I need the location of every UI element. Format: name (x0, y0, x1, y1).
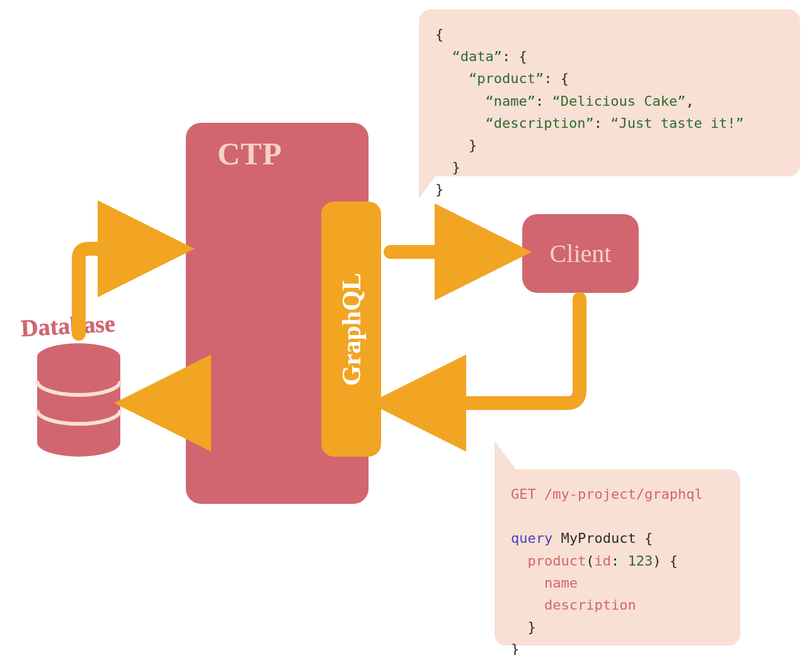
database-label: Database (20, 309, 116, 342)
http-get-line: GET /my-project/graphql (511, 486, 703, 502)
graphql-endpoint-tab: GraphQL (321, 202, 381, 457)
request-code-box: GET /my-project/graphql query MyProduct … (495, 469, 740, 646)
response-code-box: { “data”: { “product”: { “name”: “Delici… (419, 9, 800, 176)
database-icon (35, 343, 123, 457)
client-label: Client (550, 239, 612, 268)
ctp-label: CTP (217, 135, 282, 172)
client-box: Client (522, 214, 639, 293)
arrow-client-to-graphql (397, 299, 580, 403)
svg-point-2 (37, 429, 120, 457)
graphql-label: GraphQL (336, 273, 367, 386)
